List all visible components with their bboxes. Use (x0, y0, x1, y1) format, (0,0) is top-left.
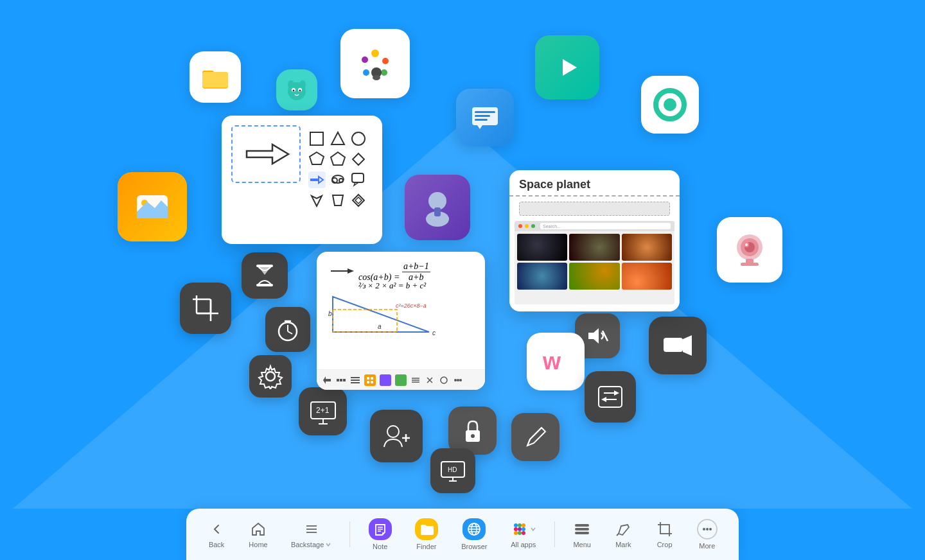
folder-app-icon[interactable] (189, 51, 241, 103)
teal-ring-icon[interactable] (641, 76, 699, 134)
palette-app-icon[interactable] (340, 29, 410, 98)
swap-icon[interactable] (585, 371, 636, 423)
svg-marker-93 (312, 196, 322, 206)
cat-app-icon[interactable] (276, 69, 317, 110)
space-planet-title: Space planet (509, 170, 680, 197)
crop-dark-icon[interactable] (180, 283, 231, 334)
svg-marker-92 (354, 182, 358, 186)
svg-marker-86 (353, 153, 364, 165)
svg-rect-114 (367, 381, 369, 383)
svg-rect-100 (333, 310, 397, 332)
taskbar-crop[interactable]: Crop (651, 516, 679, 552)
svg-point-37 (428, 192, 446, 210)
edit-icon[interactable] (511, 413, 559, 461)
svg-marker-80 (247, 144, 288, 164)
svg-marker-82 (331, 132, 344, 144)
taskbar-menu[interactable]: Menu (568, 516, 596, 552)
taskbar-backstage[interactable]: Backstage (286, 516, 337, 552)
wps-icon[interactable]: w (527, 333, 585, 390)
svg-marker-95 (353, 195, 364, 206)
shapes-preview-card (222, 116, 382, 244)
svg-point-6 (289, 83, 304, 99)
svg-point-15 (363, 69, 369, 76)
gallery-app-icon[interactable] (118, 172, 187, 241)
taskbar: Back Home Backstage (186, 509, 739, 560)
person-app-icon[interactable] (405, 175, 470, 240)
svg-text:b: b (328, 310, 332, 317)
video-player-icon[interactable] (535, 35, 599, 100)
svg-point-140 (518, 527, 522, 531)
backstage-icon (303, 520, 321, 538)
taskbar-note[interactable]: Note (364, 514, 397, 554)
svg-point-154 (703, 528, 705, 530)
svg-point-21 (664, 98, 676, 111)
taskbar-browser[interactable]: Browser (456, 514, 492, 554)
svg-marker-85 (331, 152, 345, 165)
settings-icon[interactable] (249, 355, 292, 398)
presentation-icon[interactable]: 2+1 (299, 387, 347, 435)
svg-point-144 (522, 531, 525, 535)
svg-rect-23 (475, 111, 495, 113)
svg-point-124 (459, 379, 462, 381)
svg-marker-96 (355, 197, 362, 204)
svg-line-148 (617, 534, 619, 536)
chat-board-icon[interactable] (456, 89, 514, 146)
svg-line-51 (288, 331, 292, 334)
menu-icon (573, 520, 591, 538)
svg-marker-64 (601, 397, 606, 402)
allapps-chevron (530, 526, 536, 532)
svg-rect-111 (351, 382, 360, 383)
svg-rect-40 (197, 299, 211, 313)
math-preview-card: cos(a+b) = a+b−1a+b ²⁄₃ × 2 × a² = b + c… (317, 252, 485, 390)
svg-point-122 (454, 379, 457, 381)
note-icon (373, 522, 387, 536)
taskbar-finder[interactable]: Finder (410, 514, 443, 554)
svg-point-137 (518, 523, 522, 527)
svg-text:c²=26c×8−a: c²=26c×8−a (396, 302, 427, 309)
taskbar-back[interactable]: Back (202, 516, 231, 552)
backstage-chevron (325, 541, 331, 548)
timer-icon[interactable] (242, 252, 288, 299)
svg-rect-109 (351, 377, 360, 378)
browser-icon-bg (463, 518, 486, 540)
note-icon-bg (369, 518, 392, 540)
svg-rect-113 (371, 377, 373, 380)
space-planet-card: Space planet Search... (509, 170, 680, 311)
video-camera-icon[interactable] (649, 317, 707, 374)
taskbar-home[interactable]: Home (243, 516, 272, 552)
stopwatch-icon[interactable] (265, 307, 310, 352)
taskbar-more[interactable]: More (692, 515, 723, 554)
taskbar-mark[interactable]: Mark (609, 516, 637, 552)
svg-rect-25 (475, 119, 488, 121)
note-label: Note (373, 543, 387, 550)
svg-point-12 (371, 49, 379, 57)
svg-text:w: w (542, 348, 561, 374)
svg-point-9 (293, 90, 295, 92)
mark-icon (614, 520, 632, 538)
svg-rect-107 (340, 379, 342, 381)
svg-point-18 (373, 75, 380, 80)
svg-point-70 (471, 434, 475, 438)
backstage-label: Backstage (291, 541, 324, 548)
lock-icon[interactable] (448, 407, 497, 455)
webcam-app-icon[interactable] (717, 217, 782, 283)
svg-rect-48 (256, 284, 273, 286)
svg-rect-36 (741, 263, 759, 266)
svg-rect-112 (367, 377, 369, 380)
svg-rect-57 (664, 338, 683, 352)
divider-2 (554, 521, 555, 547)
svg-point-138 (522, 523, 525, 527)
svg-rect-146 (575, 528, 589, 530)
browser-icon (467, 522, 481, 536)
more-circle (697, 519, 718, 539)
taskbar-allapps[interactable]: All apps (506, 516, 542, 552)
svg-rect-60 (599, 387, 622, 407)
svg-rect-39 (434, 207, 441, 216)
more-icon (701, 523, 713, 535)
add-user-icon[interactable] (370, 410, 423, 462)
svg-rect-24 (475, 115, 490, 117)
svg-rect-106 (337, 379, 339, 381)
svg-rect-145 (575, 524, 589, 527)
svg-marker-105 (323, 376, 331, 384)
monitor-icon[interactable]: HD (430, 448, 475, 493)
